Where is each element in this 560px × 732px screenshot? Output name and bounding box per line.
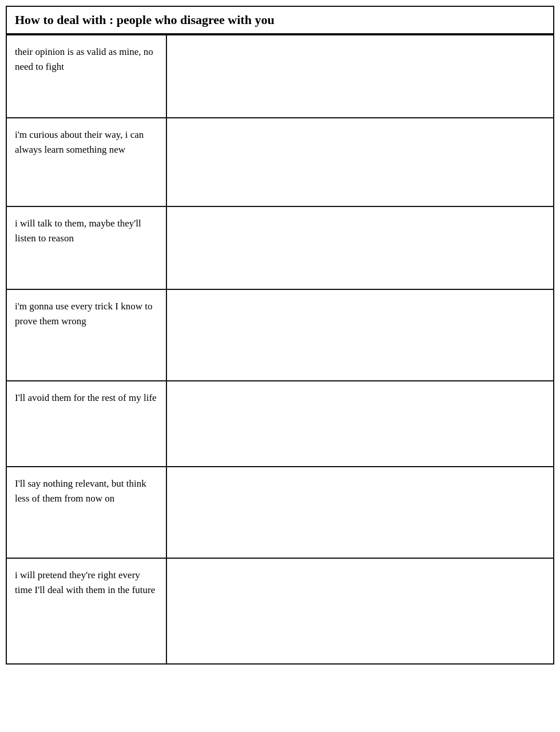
page-container: How to deal with : people who disagree w… bbox=[0, 0, 560, 732]
row-content-6 bbox=[166, 467, 554, 558]
row-label-5: I'll avoid them for the rest of my life bbox=[6, 381, 166, 467]
row-label-3: i will talk to them, maybe they'll liste… bbox=[6, 206, 166, 289]
table-row: I'll avoid them for the rest of my life bbox=[6, 381, 554, 467]
row-label-4: i'm gonna use every trick I know to prov… bbox=[6, 289, 166, 381]
row-content-1 bbox=[166, 35, 554, 118]
title-bar: How to deal with : people who disagree w… bbox=[6, 6, 554, 34]
table-row: I'll say nothing relevant, but think les… bbox=[6, 467, 554, 558]
table-row: i will talk to them, maybe they'll liste… bbox=[6, 206, 554, 289]
table-row: their opinion is as valid as mine, no ne… bbox=[6, 35, 554, 118]
row-content-4 bbox=[166, 289, 554, 381]
row-content-3 bbox=[166, 206, 554, 289]
table-row: i'm curious about their way, i can alway… bbox=[6, 118, 554, 206]
row-label-2: i'm curious about their way, i can alway… bbox=[6, 118, 166, 206]
row-label-7: i will pretend they're right every time … bbox=[6, 558, 166, 664]
row-label-1: their opinion is as valid as mine, no ne… bbox=[6, 35, 166, 118]
table-row: i will pretend they're right every time … bbox=[6, 558, 554, 664]
row-content-5 bbox=[166, 381, 554, 467]
table-row: i'm gonna use every trick I know to prov… bbox=[6, 289, 554, 381]
page-title: How to deal with : people who disagree w… bbox=[15, 13, 275, 27]
row-content-2 bbox=[166, 118, 554, 206]
row-content-7 bbox=[166, 558, 554, 664]
row-label-6: I'll say nothing relevant, but think les… bbox=[6, 467, 166, 558]
main-table: their opinion is as valid as mine, no ne… bbox=[6, 34, 554, 665]
